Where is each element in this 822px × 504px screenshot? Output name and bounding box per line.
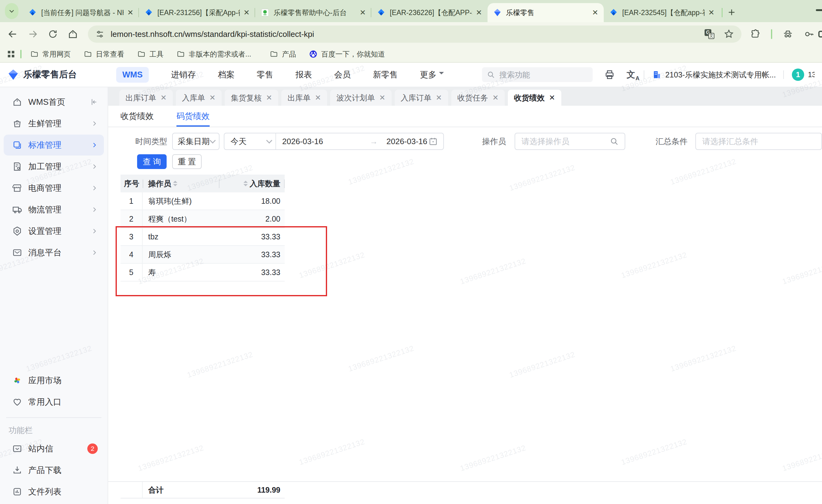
nav-item[interactable]: 零售 (257, 69, 273, 80)
sidebar-item-standard[interactable]: 标准管理 (4, 135, 104, 155)
sidebar-item-inbox[interactable]: 站内信 2 (4, 438, 104, 459)
org-account[interactable]: 2103-乐檬实施技术测试专用帐... (652, 70, 776, 80)
workspace-tab[interactable]: 波次计划单✕ (330, 90, 391, 106)
sidebar-item-label: 加工管理 (28, 161, 85, 172)
bookmark-item[interactable]: 产品 (270, 49, 296, 59)
summary-input[interactable]: 请选择汇总条件 (695, 133, 822, 150)
sidebar-item-processing[interactable]: 加工管理 (4, 156, 104, 177)
function-search-input[interactable]: 搜索功能 (482, 67, 593, 82)
language-icon[interactable]: 文A (627, 69, 635, 80)
browser-tab[interactable]: [EAR-231256]【采配App-待 ✕ (139, 3, 255, 22)
close-icon[interactable]: ✕ (160, 93, 166, 102)
sort-icon[interactable] (173, 181, 177, 186)
query-button[interactable]: 查 询 (137, 154, 166, 169)
reload-icon[interactable] (48, 29, 58, 39)
browser-tab[interactable]: [当前任务] 问题导航器 - NHS ✕ (23, 3, 139, 22)
workspace-tab[interactable]: 入库订单✕ (395, 90, 448, 106)
print-icon[interactable] (604, 69, 615, 80)
sidebar-item-message[interactable]: 消息平台 (4, 242, 104, 263)
sidebar-item-favorites[interactable]: 常用入口 (4, 392, 104, 412)
home-icon[interactable] (68, 29, 78, 39)
bookmark-item[interactable]: 非版本的需求或者... (176, 49, 251, 59)
back-icon[interactable] (7, 29, 18, 39)
close-icon[interactable]: ✕ (476, 8, 482, 17)
sidebar-item-ecommerce[interactable]: 电商管理 (4, 178, 104, 198)
operator-input[interactable]: 请选择操作员 (515, 133, 625, 150)
close-icon[interactable]: ✕ (379, 93, 385, 102)
password-key-icon[interactable] (804, 29, 815, 39)
col-header-inbound-qty[interactable]: 入库数量 (220, 178, 285, 189)
operator-label: 操作员 (482, 136, 506, 147)
workspace-tab[interactable]: 入库单✕ (176, 90, 222, 106)
close-icon[interactable]: ✕ (592, 8, 598, 17)
extensions-icon[interactable] (751, 29, 761, 39)
nav-item[interactable]: 进销存 (171, 69, 196, 80)
time-type-select[interactable]: 采集日期 (172, 133, 220, 150)
close-icon[interactable]: ✕ (436, 93, 442, 102)
close-icon[interactable]: ✕ (549, 93, 555, 102)
nav-item-more[interactable]: 更多 (420, 69, 444, 80)
sidebar-item-product-download[interactable]: 产品下载 (4, 460, 104, 481)
sidebar-item-settings[interactable]: 设置管理 (4, 221, 104, 241)
date-range-control[interactable]: 今天 2026-03-16 → 2026-03-16 (224, 133, 444, 150)
tab-search-button[interactable] (5, 3, 18, 19)
sidebar-item-file-list[interactable]: 文件列表 (4, 481, 104, 502)
lemon-logo-icon (7, 69, 19, 80)
collapse-sidebar-icon[interactable] (89, 98, 98, 106)
workspace-tab[interactable]: 收货任务✕ (451, 90, 505, 106)
bookmark-star-icon[interactable] (724, 29, 734, 39)
workspace-tab[interactable]: 出库订单✕ (119, 90, 173, 106)
subtab-receive-kpi[interactable]: 收货绩效 (120, 111, 154, 127)
sidebar-item-app-market[interactable]: 应用市场 (4, 370, 104, 391)
sidebar-item-wms-home[interactable]: WMS首页 (4, 92, 104, 112)
site-settings-icon[interactable] (95, 29, 104, 39)
browser-tab[interactable]: [EAR-236226]【仓配APP-移 ✕ (371, 3, 487, 22)
browser-tab-active[interactable]: 乐檬零售 ✕ (487, 3, 604, 22)
chevron-right-icon (91, 120, 98, 127)
bookmark-item[interactable]: 工具 (137, 49, 163, 59)
nav-item[interactable]: 报表 (296, 69, 312, 80)
workspace-tab[interactable]: 出库单✕ (281, 90, 327, 106)
reset-button[interactable]: 重 置 (172, 154, 201, 169)
close-icon[interactable]: ✕ (708, 8, 714, 17)
browser-tab[interactable]: 乐檬零售帮助中心-后台 ✕ (255, 3, 371, 22)
heart-icon (12, 397, 22, 407)
table-row[interactable]: 1 翁琪玮(生鲜) 18.00 (120, 192, 285, 210)
workspace-tab-active[interactable]: 收货绩效✕ (508, 90, 561, 106)
bookmark-item[interactable]: 百度一下，你就知道 (309, 49, 385, 59)
close-icon[interactable]: ✕ (210, 93, 216, 102)
sort-icon[interactable] (244, 181, 248, 186)
nav-item[interactable]: 新零售 (373, 69, 398, 80)
forward-icon[interactable] (28, 29, 38, 39)
close-icon[interactable]: ✕ (315, 93, 321, 102)
browser-tab[interactable]: [EAR-232545]【仓配app-补 ✕ (604, 3, 720, 22)
nav-item[interactable]: 会员 (334, 69, 351, 80)
new-tab-button[interactable] (727, 8, 736, 17)
close-icon[interactable]: ✕ (492, 93, 499, 102)
translate-page-icon[interactable]: G文 (705, 29, 714, 39)
quick-range-select[interactable]: 今天 (225, 136, 276, 147)
close-icon[interactable]: ✕ (266, 93, 272, 102)
address-bar[interactable]: lemon-test.nhsoft.cn/wms/standard/kpi-st… (88, 25, 742, 43)
subtab-stack-kpi[interactable]: 码货绩效 (176, 111, 210, 127)
avatar[interactable]: 1 (792, 68, 804, 81)
close-icon[interactable]: ✕ (360, 8, 366, 17)
bookmark-item[interactable]: 日常查看 (84, 49, 124, 59)
date-from-value[interactable]: 2026-03-16 (282, 137, 323, 146)
nav-item[interactable]: 档案 (218, 69, 235, 80)
browser-tab-title: [EAR-232545]【仓配app-补 (622, 8, 705, 18)
calendar-icon[interactable] (429, 137, 438, 146)
table-row[interactable]: 2 程爽（test） 2.00 (120, 210, 285, 228)
apps-grid-icon[interactable] (7, 50, 15, 58)
col-header-operator[interactable]: 操作员 (143, 178, 220, 189)
sidebar-item-fresh[interactable]: 生鲜管理 (4, 113, 104, 134)
date-to-value[interactable]: 2026-03-16 (386, 137, 427, 146)
close-icon[interactable]: ✕ (244, 8, 250, 17)
url-text[interactable]: lemon-test.nhsoft.cn/wms/standard/kpi-st… (111, 29, 314, 39)
incognito-icon[interactable] (782, 29, 794, 39)
workspace-tab[interactable]: 集货复核✕ (225, 90, 278, 106)
bookmark-item[interactable]: 常用网页 (30, 49, 71, 59)
sidebar-item-logistics[interactable]: 物流管理 (4, 199, 104, 220)
nav-item-wms[interactable]: WMS (116, 67, 149, 83)
close-icon[interactable]: ✕ (127, 8, 133, 17)
